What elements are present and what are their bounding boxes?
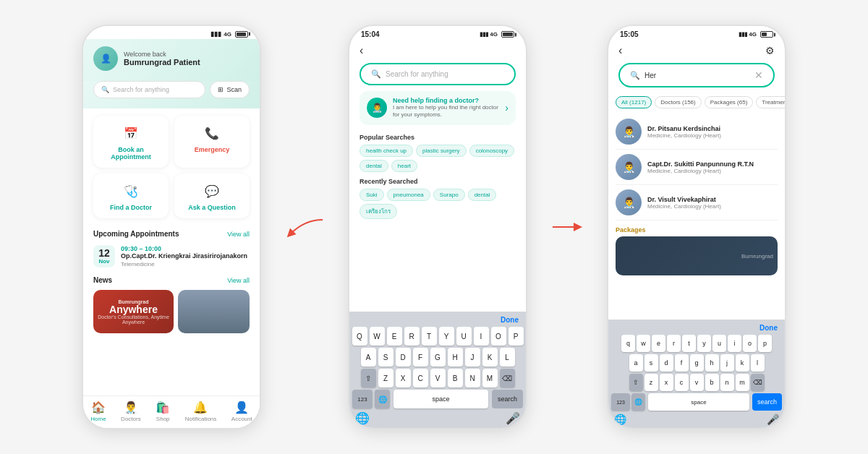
key-A[interactable]: A bbox=[361, 348, 376, 367]
tag-thai[interactable]: เครียงโกร bbox=[359, 204, 397, 219]
key-d[interactable]: d bbox=[660, 354, 673, 372]
key-C[interactable]: C bbox=[413, 369, 428, 387]
done-button-3[interactable]: Done bbox=[760, 324, 778, 332]
key-b[interactable]: b bbox=[705, 374, 719, 391]
clear-icon[interactable]: ✕ bbox=[754, 69, 763, 81]
tag-health-check[interactable]: health check up bbox=[359, 145, 413, 157]
key-c[interactable]: c bbox=[675, 374, 689, 391]
key-space[interactable]: space bbox=[393, 390, 488, 408]
key-K[interactable]: K bbox=[482, 348, 498, 367]
doctor-item-1[interactable]: 👨‍⚕️ Dr. Pitsanu Kerdsinchai Medicine, C… bbox=[616, 114, 778, 150]
key-E[interactable]: E bbox=[387, 327, 402, 346]
key-L[interactable]: L bbox=[500, 348, 515, 367]
key-123[interactable]: 123 bbox=[352, 390, 373, 408]
key-D[interactable]: D bbox=[396, 348, 411, 367]
key-globe[interactable]: 🌐 bbox=[375, 390, 390, 408]
key-s[interactable]: s bbox=[644, 354, 658, 372]
key-123-sm[interactable]: 123 bbox=[611, 393, 630, 411]
tag-suki[interactable]: Suki bbox=[359, 189, 384, 201]
nav-shop[interactable]: 🛍️ Shop bbox=[156, 401, 170, 422]
key-H[interactable]: H bbox=[448, 348, 463, 367]
key-v[interactable]: v bbox=[690, 374, 704, 391]
key-y[interactable]: y bbox=[697, 335, 711, 352]
news-card-city[interactable] bbox=[178, 290, 250, 333]
search-input-container-2[interactable]: 🔍 Search for anything bbox=[359, 63, 516, 85]
back-button-3[interactable]: ‹ bbox=[618, 44, 622, 57]
key-X[interactable]: X bbox=[396, 369, 411, 387]
tag-plastic-surgery[interactable]: plastic surgery bbox=[416, 145, 467, 157]
key-V[interactable]: V bbox=[430, 369, 446, 387]
key-w[interactable]: w bbox=[637, 335, 650, 352]
key-g[interactable]: g bbox=[690, 354, 704, 372]
key-R[interactable]: R bbox=[404, 327, 420, 346]
key-F[interactable]: F bbox=[413, 348, 428, 367]
doctor-item-3[interactable]: 👨‍⚕️ Dr. Visult Vivekaphirat Medicine, C… bbox=[616, 185, 778, 220]
scan-button[interactable]: ⊞ Scan bbox=[210, 81, 250, 98]
doctor-item-2[interactable]: 👨‍⚕️ Capt.Dr. Sukitti Panpunnung R.T.N M… bbox=[616, 150, 778, 185]
tag-dental[interactable]: dental bbox=[359, 160, 388, 172]
key-Q[interactable]: Q bbox=[352, 327, 367, 346]
home-search-bar[interactable]: 🔍 Search for anything bbox=[93, 81, 205, 98]
key-x[interactable]: x bbox=[660, 374, 673, 391]
key-p[interactable]: p bbox=[758, 335, 772, 352]
help-card[interactable]: 👨‍⚕️ Need help finding a doctor? I am he… bbox=[359, 91, 516, 125]
key-o[interactable]: o bbox=[743, 335, 757, 352]
key-globe-sm[interactable]: 🌐 bbox=[631, 393, 645, 411]
key-M[interactable]: M bbox=[482, 369, 498, 387]
key-h[interactable]: h bbox=[705, 354, 719, 372]
key-space-sm[interactable]: space bbox=[648, 393, 749, 411]
key-search-sm[interactable]: search bbox=[752, 393, 782, 411]
key-W[interactable]: W bbox=[370, 327, 385, 346]
emergency-card[interactable]: 📞 Emergency bbox=[174, 116, 250, 168]
tag-heart[interactable]: heart bbox=[391, 160, 417, 172]
tag-surapo[interactable]: Surapo bbox=[433, 189, 465, 201]
key-t[interactable]: t bbox=[682, 335, 696, 352]
key-k[interactable]: k bbox=[736, 354, 749, 372]
key-O[interactable]: O bbox=[491, 327, 506, 346]
key-S[interactable]: S bbox=[378, 348, 393, 367]
find-doctor-card[interactable]: 🩺 Find a Doctor bbox=[93, 174, 169, 218]
key-search[interactable]: search bbox=[492, 390, 523, 408]
tag-colonoscopy[interactable]: colonoscopy bbox=[469, 145, 514, 157]
key-q[interactable]: q bbox=[621, 335, 635, 352]
appointments-view-all[interactable]: View all bbox=[227, 231, 250, 238]
tag-dental2[interactable]: dental bbox=[468, 189, 497, 201]
key-u[interactable]: u bbox=[712, 335, 726, 352]
key-i[interactable]: i bbox=[728, 335, 741, 352]
key-I[interactable]: I bbox=[474, 327, 489, 346]
filter-packages[interactable]: Packages (65) bbox=[705, 96, 754, 108]
key-T[interactable]: T bbox=[422, 327, 437, 346]
key-e[interactable]: e bbox=[652, 335, 665, 352]
key-f[interactable]: f bbox=[675, 354, 689, 372]
package-card[interactable]: Bumrungrad bbox=[616, 236, 778, 275]
filter-all[interactable]: All (1217) bbox=[616, 96, 652, 108]
nav-notifications[interactable]: 🔔 Notifications bbox=[185, 401, 217, 422]
nav-account[interactable]: 👤 Account bbox=[231, 401, 252, 422]
key-shift-sm[interactable]: ⇧ bbox=[629, 374, 643, 391]
tag-pneumonea[interactable]: pneumonea bbox=[387, 189, 430, 201]
key-U[interactable]: U bbox=[456, 327, 472, 346]
key-P[interactable]: P bbox=[509, 327, 524, 346]
key-backspace[interactable]: ⌫ bbox=[500, 369, 515, 387]
key-z[interactable]: z bbox=[644, 374, 658, 391]
key-N[interactable]: N bbox=[465, 369, 480, 387]
news-view-all[interactable]: View all bbox=[227, 277, 250, 284]
filter-treatments[interactable]: Treatments & bbox=[756, 96, 785, 108]
nav-home[interactable]: 🏠 Home bbox=[90, 401, 106, 422]
key-n[interactable]: n bbox=[720, 374, 734, 391]
key-shift[interactable]: ⇧ bbox=[361, 369, 376, 387]
filter-icon[interactable]: ⚙ bbox=[765, 45, 775, 56]
key-a[interactable]: a bbox=[629, 354, 643, 372]
done-button[interactable]: Done bbox=[501, 316, 519, 324]
back-button-2[interactable]: ‹ bbox=[359, 44, 363, 57]
key-backspace-sm[interactable]: ⌫ bbox=[751, 374, 765, 391]
key-l[interactable]: l bbox=[751, 354, 765, 372]
key-B[interactable]: B bbox=[448, 369, 463, 387]
key-Z[interactable]: Z bbox=[378, 369, 393, 387]
book-appointment-card[interactable]: 📅 Book an Appointment bbox=[93, 116, 169, 168]
key-J[interactable]: J bbox=[465, 348, 480, 367]
key-r[interactable]: r bbox=[667, 335, 681, 352]
key-G[interactable]: G bbox=[430, 348, 446, 367]
key-j[interactable]: j bbox=[720, 354, 734, 372]
filter-doctors[interactable]: Doctors (156) bbox=[655, 96, 701, 108]
